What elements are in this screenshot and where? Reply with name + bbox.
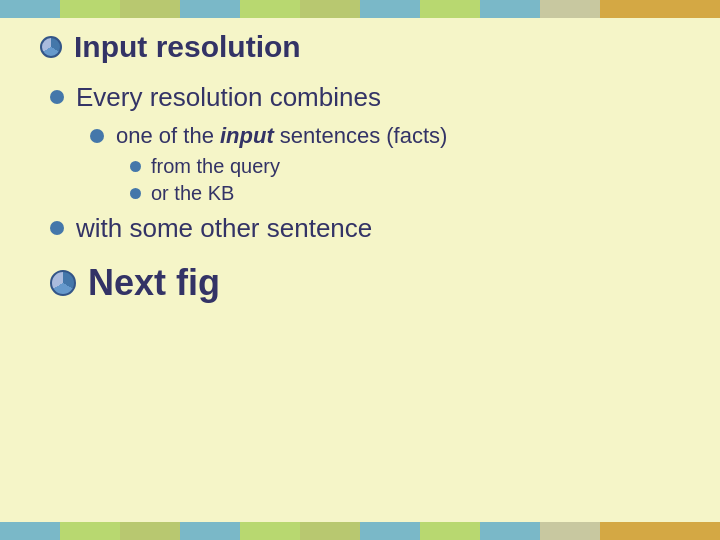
globe-bullet-icon-2 bbox=[50, 270, 76, 296]
main-title-row: Input resolution bbox=[40, 30, 700, 64]
next-fig-text: Next fig bbox=[88, 262, 220, 304]
round-bullet-icon bbox=[50, 90, 64, 104]
top-decorative-bar bbox=[0, 0, 720, 18]
small-bullet-icon-2 bbox=[130, 188, 141, 199]
bottom-decorative-bar bbox=[0, 522, 720, 540]
level3-item-1: from the query bbox=[130, 155, 700, 178]
level1-item: Every resolution combines bbox=[50, 82, 700, 113]
level1-text: Every resolution combines bbox=[76, 82, 381, 113]
level2-item: one of the input sentences (facts) bbox=[90, 123, 700, 149]
round-bullet-icon-3 bbox=[50, 221, 64, 235]
level2-text: one of the input sentences (facts) bbox=[116, 123, 447, 149]
level3-item-2: or the KB bbox=[130, 182, 700, 205]
round-bullet-icon-2 bbox=[90, 129, 104, 143]
small-bullet-icon-1 bbox=[130, 161, 141, 172]
level1-item-b: with some other sentence bbox=[50, 213, 700, 244]
level1-text-b: with some other sentence bbox=[76, 213, 372, 244]
level3-text-1: from the query bbox=[151, 155, 280, 178]
globe-bullet-icon bbox=[40, 36, 62, 58]
next-fig-section: Next fig bbox=[50, 262, 700, 304]
slide-title: Input resolution bbox=[74, 30, 301, 64]
level3-text-2: or the KB bbox=[151, 182, 234, 205]
slide-content: Input resolution Every resolution combin… bbox=[40, 30, 700, 510]
